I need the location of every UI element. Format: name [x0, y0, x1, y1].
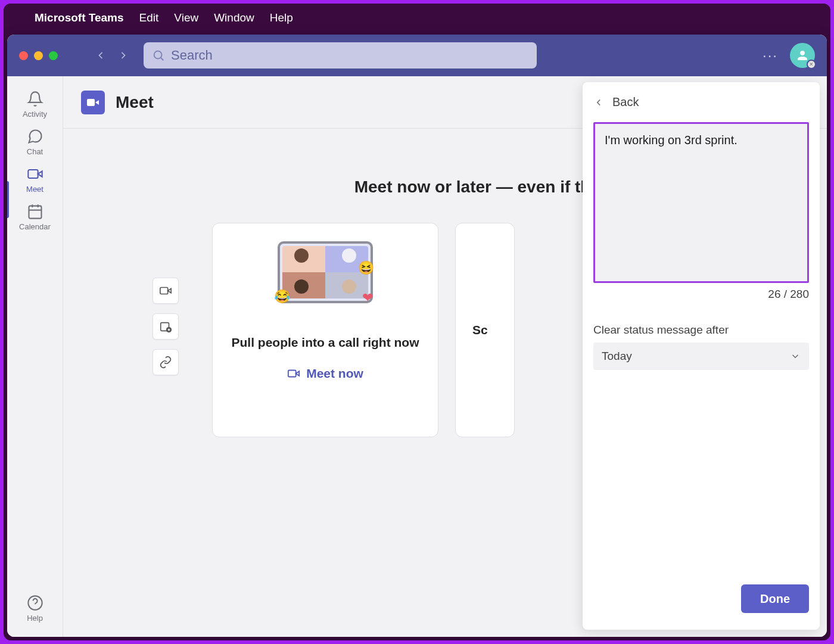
svg-rect-10 [87, 99, 95, 106]
rail-active-indicator [7, 181, 9, 218]
back-button[interactable]: Back [593, 95, 809, 109]
status-message-input[interactable] [593, 122, 809, 283]
svg-line-1 [161, 58, 163, 60]
menu-view[interactable]: View [174, 11, 198, 24]
main-area: Meet Meet now or later — [63, 76, 827, 637]
rail-help-label: Help [27, 614, 43, 623]
status-message-panel: Back 26 / 280 Clear status message after… [583, 82, 820, 630]
rail-help[interactable]: Help [11, 589, 59, 626]
search-icon [152, 49, 165, 62]
nav-back-icon[interactable] [95, 49, 107, 61]
svg-point-0 [154, 51, 162, 59]
svg-marker-13 [168, 288, 172, 293]
fullscreen-window-icon[interactable] [49, 51, 58, 60]
svg-marker-11 [95, 100, 99, 105]
chevron-down-icon [790, 351, 801, 362]
rail-meet[interactable]: Meet [11, 160, 59, 197]
meet-now-button[interactable]: Meet now [287, 366, 363, 381]
help-icon [27, 595, 43, 611]
meet-now-card: 😆 😂 ❤ Pull people into a call right now … [212, 223, 438, 437]
menu-edit[interactable]: Edit [139, 11, 159, 24]
clear-after-select[interactable]: Today [593, 343, 809, 370]
back-label: Back [612, 95, 639, 109]
schedule-card-peek: Sc [455, 223, 515, 437]
minimize-window-icon[interactable] [34, 51, 43, 60]
svg-rect-2 [28, 170, 38, 178]
rail-chat-label: Chat [27, 147, 43, 156]
menu-window[interactable]: Window [214, 11, 254, 24]
rail-activity[interactable]: Activity [11, 85, 59, 122]
calendar-icon [27, 203, 43, 220]
svg-rect-12 [160, 288, 168, 294]
rail-calendar-label: Calendar [19, 222, 51, 231]
clear-after-label: Clear status message after [593, 323, 809, 337]
card-description: Pull people into a call right now [231, 335, 419, 350]
meet-app-tile [81, 91, 105, 114]
window-controls[interactable] [19, 51, 58, 60]
emoji-icon: 😆 [358, 260, 374, 276]
link-icon [159, 356, 172, 369]
char-counter: 26 / 280 [593, 288, 809, 301]
video-fill-icon [86, 95, 100, 110]
bell-icon [27, 91, 43, 107]
rail-chat[interactable]: Chat [11, 122, 59, 160]
heart-icon: ❤ [362, 290, 373, 306]
schedule-card-text: Sc [472, 323, 488, 337]
titlebar: Search ··· ✕ [7, 35, 827, 76]
status-unknown-icon: ✕ [807, 60, 816, 69]
meet-illustration: 😆 😂 ❤ [278, 241, 373, 303]
rail-calendar[interactable]: Calendar [11, 197, 59, 235]
rail-meet-label: Meet [26, 185, 43, 194]
svg-rect-18 [288, 371, 296, 377]
left-rail: Activity Chat Meet Calendar Help [7, 76, 63, 637]
meet-now-label: Meet now [306, 366, 363, 381]
teams-window: Search ··· ✕ Activity C [7, 35, 827, 637]
search-placeholder: Search [171, 48, 213, 63]
calendar-plus-icon [159, 320, 172, 333]
menubar-app-name[interactable]: Microsoft Teams [35, 11, 124, 24]
search-input[interactable]: Search [144, 42, 537, 69]
more-options-icon[interactable]: ··· [763, 47, 778, 64]
quick-actions [153, 278, 179, 375]
close-window-icon[interactable] [19, 51, 28, 60]
emoji-icon: 😂 [274, 289, 290, 304]
video-outline-icon [159, 284, 172, 297]
video-outline-icon [287, 367, 300, 380]
qa-schedule-button[interactable] [153, 313, 179, 340]
video-icon [27, 166, 43, 182]
rail-activity-label: Activity [23, 110, 47, 119]
svg-rect-4 [29, 206, 41, 219]
qa-link-button[interactable] [153, 349, 179, 375]
chat-icon [27, 128, 43, 145]
mac-menubar: Microsoft Teams Edit View Window Help [4, 4, 830, 32]
user-avatar[interactable]: ✕ [790, 43, 815, 68]
page-title: Meet [116, 93, 154, 112]
menu-help[interactable]: Help [270, 11, 293, 24]
done-button[interactable]: Done [741, 584, 809, 613]
nav-forward-icon[interactable] [117, 49, 129, 61]
select-value: Today [602, 350, 632, 363]
qa-meet-now-button[interactable] [153, 278, 179, 304]
chevron-left-icon [593, 97, 604, 108]
